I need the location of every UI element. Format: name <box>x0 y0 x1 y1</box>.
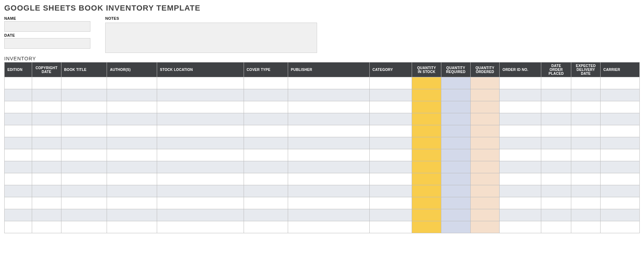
cell[interactable] <box>5 161 32 173</box>
cell[interactable] <box>32 185 61 197</box>
cell[interactable] <box>61 209 107 221</box>
cell[interactable] <box>157 197 244 209</box>
cell[interactable] <box>571 185 601 197</box>
cell[interactable] <box>244 221 288 233</box>
cell[interactable] <box>470 149 500 161</box>
cell[interactable] <box>157 173 244 185</box>
cell[interactable] <box>441 185 471 197</box>
cell[interactable] <box>244 185 288 197</box>
cell[interactable] <box>412 77 441 89</box>
cell[interactable] <box>244 137 288 149</box>
cell[interactable] <box>441 101 471 113</box>
cell[interactable] <box>288 77 369 89</box>
cell[interactable] <box>370 209 412 221</box>
cell[interactable] <box>412 209 441 221</box>
cell[interactable] <box>107 197 157 209</box>
cell[interactable] <box>571 89 601 101</box>
cell[interactable] <box>441 113 471 125</box>
cell[interactable] <box>600 113 639 125</box>
cell[interactable] <box>244 149 288 161</box>
cell[interactable] <box>5 209 32 221</box>
cell[interactable] <box>5 221 32 233</box>
cell[interactable] <box>370 137 412 149</box>
cell[interactable] <box>244 113 288 125</box>
date-input[interactable] <box>4 38 90 49</box>
cell[interactable] <box>370 173 412 185</box>
cell[interactable] <box>412 197 441 209</box>
cell[interactable] <box>470 101 500 113</box>
cell[interactable] <box>412 125 441 137</box>
cell[interactable] <box>500 149 541 161</box>
cell[interactable] <box>441 149 471 161</box>
cell[interactable] <box>600 125 639 137</box>
cell[interactable] <box>470 185 500 197</box>
cell[interactable] <box>288 149 369 161</box>
cell[interactable] <box>600 209 639 221</box>
cell[interactable] <box>470 209 500 221</box>
cell[interactable] <box>571 113 601 125</box>
cell[interactable] <box>470 89 500 101</box>
cell[interactable] <box>157 209 244 221</box>
cell[interactable] <box>288 161 369 173</box>
cell[interactable] <box>107 149 157 161</box>
cell[interactable] <box>441 125 471 137</box>
cell[interactable] <box>541 149 571 161</box>
cell[interactable] <box>500 185 541 197</box>
cell[interactable] <box>244 197 288 209</box>
cell[interactable] <box>370 89 412 101</box>
cell[interactable] <box>288 113 369 125</box>
cell[interactable] <box>107 185 157 197</box>
cell[interactable] <box>571 77 601 89</box>
cell[interactable] <box>541 89 571 101</box>
cell[interactable] <box>370 185 412 197</box>
cell[interactable] <box>5 89 32 101</box>
name-input[interactable] <box>4 21 90 32</box>
cell[interactable] <box>541 221 571 233</box>
cell[interactable] <box>441 77 471 89</box>
cell[interactable] <box>288 89 369 101</box>
cell[interactable] <box>441 173 471 185</box>
cell[interactable] <box>470 197 500 209</box>
cell[interactable] <box>107 137 157 149</box>
cell[interactable] <box>470 221 500 233</box>
cell[interactable] <box>61 101 107 113</box>
notes-input[interactable] <box>105 23 317 53</box>
cell[interactable] <box>541 101 571 113</box>
cell[interactable] <box>157 113 244 125</box>
cell[interactable] <box>32 173 61 185</box>
cell[interactable] <box>61 89 107 101</box>
cell[interactable] <box>107 209 157 221</box>
cell[interactable] <box>600 149 639 161</box>
cell[interactable] <box>600 221 639 233</box>
cell[interactable] <box>244 77 288 89</box>
cell[interactable] <box>288 125 369 137</box>
cell[interactable] <box>541 113 571 125</box>
cell[interactable] <box>500 197 541 209</box>
cell[interactable] <box>470 173 500 185</box>
cell[interactable] <box>157 89 244 101</box>
cell[interactable] <box>441 137 471 149</box>
cell[interactable] <box>107 173 157 185</box>
cell[interactable] <box>244 209 288 221</box>
cell[interactable] <box>370 125 412 137</box>
cell[interactable] <box>500 173 541 185</box>
cell[interactable] <box>470 161 500 173</box>
cell[interactable] <box>470 137 500 149</box>
cell[interactable] <box>32 89 61 101</box>
cell[interactable] <box>541 161 571 173</box>
cell[interactable] <box>500 89 541 101</box>
cell[interactable] <box>244 173 288 185</box>
cell[interactable] <box>600 185 639 197</box>
cell[interactable] <box>600 101 639 113</box>
cell[interactable] <box>157 137 244 149</box>
cell[interactable] <box>32 113 61 125</box>
cell[interactable] <box>244 89 288 101</box>
cell[interactable] <box>244 125 288 137</box>
cell[interactable] <box>32 137 61 149</box>
cell[interactable] <box>288 221 369 233</box>
cell[interactable] <box>157 185 244 197</box>
cell[interactable] <box>370 101 412 113</box>
cell[interactable] <box>412 89 441 101</box>
cell[interactable] <box>441 221 471 233</box>
cell[interactable] <box>441 89 471 101</box>
